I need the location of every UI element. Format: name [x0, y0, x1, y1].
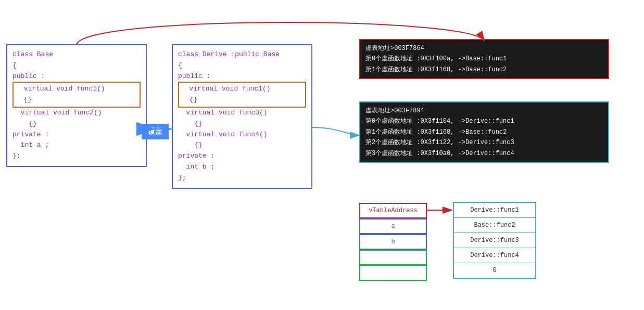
base-line-9: int a ; — [12, 140, 141, 151]
base-class-box: class Base { public : virtual void func1… — [6, 44, 147, 167]
base-line-6: virtual void func2() — [12, 108, 141, 119]
vtable-derive-title: 虚表地址>003F7894 — [365, 106, 603, 116]
func-cell-2: Derive::func3 — [454, 233, 535, 248]
derive-highlight: virtual void func1() {} — [178, 82, 306, 108]
base-line-8: private : — [12, 130, 141, 140]
derive-line-1: class Derive :public Base — [178, 49, 306, 60]
base-line-7: {} — [12, 119, 141, 130]
vtable-base-title: 虚表地址>003F7864 — [365, 43, 603, 54]
base-line-4: virtual void func1() — [16, 84, 137, 95]
derive-line-7: {} — [178, 119, 306, 130]
mem-cell-empty-1 — [359, 250, 427, 265]
blue-derive-arrow — [312, 127, 359, 135]
vtable-derive-entry-1: 第1个虚函数地址 :0X3f1168, ->Base::func2 — [365, 127, 603, 137]
derive-class-box: class Derive :public Base { public : vir… — [172, 44, 312, 189]
base-line-5: {} — [16, 95, 137, 106]
vtable-base-entry-1: 第1个虚函数地址 :0X3f1168, ->Base::func2 — [365, 64, 603, 75]
vtable-derive-entry-2: 第2个虚函数地址 :0X3f1122, ->Derive::func3 — [365, 137, 603, 148]
derive-line-12: }; — [178, 173, 306, 184]
derive-line-9: {} — [178, 140, 306, 151]
mem-cell-a: a — [359, 218, 427, 234]
mem-layout: vTableAddress a b — [359, 203, 427, 281]
base-line-2: { — [12, 60, 141, 71]
func-cell-1: Base::func2 — [454, 218, 535, 233]
derive-line-11: int b ; — [178, 162, 306, 173]
vtable-base-entry-0: 第0个虚函数地址 :0X3f100a, ->Base::func1 — [365, 54, 603, 64]
cover-label: 覆盖 — [142, 124, 169, 139]
func-cell-0: Derive::func1 — [454, 203, 535, 218]
diagram-container: class Base { public : virtual void func1… — [0, 0, 644, 310]
derive-line-8: virtual void func4() — [178, 130, 306, 140]
derive-line-6: virtual void func3() — [178, 108, 306, 119]
vtable-derive-entry-3: 第3个虚函数地址 :0X3f10a0, ->Derive::func4 — [365, 148, 603, 159]
mem-cell-vtable: vTableAddress — [359, 203, 427, 218]
mem-cell-b: b — [359, 234, 427, 250]
base-line-1: class Base — [12, 49, 141, 60]
base-line-10: }; — [12, 151, 141, 162]
derive-line-4: virtual void func1() — [181, 84, 303, 95]
derive-line-3: public : — [178, 71, 306, 82]
vtable-derive-entry-0: 第0个虚函数地址 :0X3f1104, ->Derive::func1 — [365, 116, 603, 126]
derive-line-10: private : — [178, 151, 306, 162]
vtable-base-dark: 虚表地址>003F7864 第0个虚函数地址 :0X3f100a, ->Base… — [359, 39, 609, 79]
base-highlight: virtual void func1() {} — [12, 82, 141, 108]
derive-line-5: {} — [181, 95, 303, 106]
mem-cell-empty-2 — [359, 265, 427, 281]
func-table: Derive::func1 Base::func2 Derive::func3 … — [453, 202, 536, 279]
func-cell-4: 0 — [454, 263, 535, 278]
base-line-3: public : — [12, 71, 141, 82]
vtable-derive-dark: 虚表地址>003F7894 第0个虚函数地址 :0X3f1104, ->Deri… — [359, 101, 609, 163]
func-cell-3: Derive::func4 — [454, 248, 535, 263]
derive-line-2: { — [178, 60, 306, 71]
